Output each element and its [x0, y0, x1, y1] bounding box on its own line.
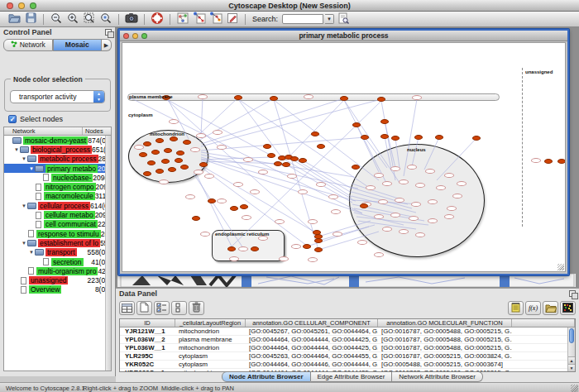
network-node-colored[interactable] [176, 151, 184, 155]
network-node[interactable] [457, 181, 467, 186]
network-node[interactable] [196, 133, 206, 138]
network-node-colored[interactable] [299, 158, 307, 163]
frame-zoom-button[interactable] [141, 33, 147, 39]
tab-overflow-arrow[interactable]: ▶ [102, 39, 112, 51]
network-node-colored[interactable] [380, 134, 389, 139]
network-node[interactable] [447, 206, 457, 211]
tree-expand-icon[interactable]: ▼ [21, 203, 27, 208]
tree-scrollbar[interactable] [105, 136, 111, 370]
network-node-colored[interactable] [251, 246, 259, 251]
column-header-cellular-component[interactable]: annotation.GO CELLULAR_COMPONENT [246, 319, 378, 327]
network-node-colored[interactable] [340, 96, 348, 101]
close-button[interactable] [7, 2, 13, 9]
network-node[interactable] [399, 229, 409, 234]
network-node[interactable] [444, 173, 454, 178]
table-row[interactable]: YLR295Ccytoplasm[GO:0045263, GO:0044464,… [120, 352, 575, 361]
tree-row[interactable]: ▼metabolic process280(0) [4, 155, 111, 164]
attribute-notes-button[interactable] [508, 301, 524, 315]
tree-row[interactable]: multi-organism pro42(0) [4, 266, 111, 275]
network-node[interactable] [308, 219, 318, 224]
network-node[interactable] [134, 145, 144, 150]
column-header-region[interactable]: _cellularLayoutRegion [175, 319, 246, 327]
network-node-colored[interactable] [161, 159, 170, 164]
network-node-colored[interactable] [435, 135, 443, 140]
network-node[interactable] [200, 232, 210, 237]
float-panel-icon[interactable] [105, 29, 112, 36]
tree-row[interactable]: response to stimulu264(0) [4, 229, 111, 238]
frame-close-button[interactable] [123, 33, 129, 39]
network-node[interactable] [229, 256, 239, 261]
network-node-colored[interactable] [270, 96, 278, 101]
network-node[interactable] [374, 214, 384, 219]
network-node-colored[interactable] [274, 161, 282, 166]
network-node-colored[interactable] [183, 140, 191, 145]
tree-row[interactable]: macromolecule311(0) [4, 192, 111, 201]
network-node-colored[interactable] [180, 165, 189, 170]
network-merge-button[interactable] [192, 12, 207, 26]
network-node[interactable] [279, 256, 289, 261]
network-node[interactable] [444, 214, 454, 219]
tree-row[interactable]: cell communicat22(0) [4, 220, 111, 229]
search-dropdown[interactable]: ▼ [325, 14, 334, 24]
tree-column-nodes[interactable]: Nodes [83, 127, 111, 135]
network-node-colored[interactable] [156, 138, 164, 143]
network-node[interactable] [366, 185, 376, 190]
select-nodes-checkbox[interactable]: ✓ [8, 115, 17, 123]
network-node[interactable] [428, 218, 438, 223]
snapshot-button[interactable] [124, 12, 139, 26]
table-row[interactable]: YKR052Ccytoplasm[GO:0044464, GO:0044446,… [120, 361, 575, 369]
network-node[interactable] [190, 147, 200, 152]
network-node[interactable] [298, 189, 308, 194]
network-node-colored[interactable] [156, 169, 164, 174]
network-compare-button[interactable] [208, 12, 223, 26]
network-node-colored[interactable] [303, 244, 311, 249]
table-scrollbar[interactable]: ▲ ▼ [567, 327, 575, 371]
save-session-button[interactable] [23, 12, 38, 26]
column-header-id[interactable]: ID [120, 319, 175, 327]
network-node[interactable] [217, 198, 227, 203]
network-node[interactable] [308, 257, 318, 262]
function-builder-button[interactable]: f(x) [525, 301, 541, 315]
network-node[interactable] [425, 169, 435, 174]
frame-resize-grip[interactable] [557, 264, 564, 270]
matrix-view-button[interactable] [560, 301, 576, 315]
network-node-colored[interactable] [227, 246, 236, 251]
network-node[interactable] [304, 94, 313, 99]
network-node[interactable] [204, 174, 214, 179]
table-row[interactable]: YPL036W__1mitochondrion[GO:0044464, GO:0… [120, 344, 575, 352]
network-node[interactable] [409, 216, 419, 221]
table-row[interactable]: YJR121W__1mitochondrion[GO:0045267, GO:0… [120, 327, 575, 336]
network-node-colored[interactable] [263, 144, 271, 149]
network-node[interactable] [399, 179, 409, 184]
network-node[interactable] [287, 174, 297, 179]
tree-column-network[interactable]: Network [4, 127, 83, 135]
zoom-selected-button[interactable] [98, 12, 113, 26]
network-canvas[interactable]: plasma membrane cytoplasm mitochondrion … [122, 42, 566, 272]
tree-expand-icon[interactable]: ▼ [28, 250, 35, 255]
network-node-colored[interactable] [192, 216, 200, 221]
network-node[interactable] [415, 232, 425, 237]
network-node-colored[interactable] [170, 136, 178, 141]
network-node-colored[interactable] [208, 198, 216, 203]
network-node-colored[interactable] [472, 136, 481, 141]
search-input[interactable] [282, 14, 323, 24]
tab-network[interactable]: Network [3, 39, 53, 51]
tree-expand-icon[interactable]: ▼ [28, 166, 35, 171]
float-panel-icon[interactable] [569, 290, 576, 297]
network-node[interactable] [382, 181, 392, 186]
import-attributes-button[interactable] [543, 301, 558, 315]
network-node[interactable] [382, 227, 392, 232]
tree-row[interactable]: ▼establishment of lo558(0) [4, 238, 111, 247]
network-node[interactable] [407, 165, 417, 170]
network-node-colored[interactable] [352, 122, 361, 127]
tab-node-attribute-browser[interactable]: Node Attribute Browser [222, 371, 311, 382]
frame-minimize-button[interactable] [132, 33, 138, 39]
network-node-colored[interactable] [282, 162, 290, 167]
tree-row[interactable]: unassigned223(0) [4, 275, 111, 284]
network-node[interactable] [428, 199, 438, 204]
network-node[interactable] [412, 95, 422, 100]
tree-expand-icon[interactable]: ▼ [21, 241, 27, 246]
tree-row[interactable]: Overview8(0) [4, 285, 111, 294]
network-node[interactable] [198, 94, 208, 99]
table-row[interactable]: YPL036W__2plasma membrane[GO:0044464, GO… [120, 336, 575, 344]
